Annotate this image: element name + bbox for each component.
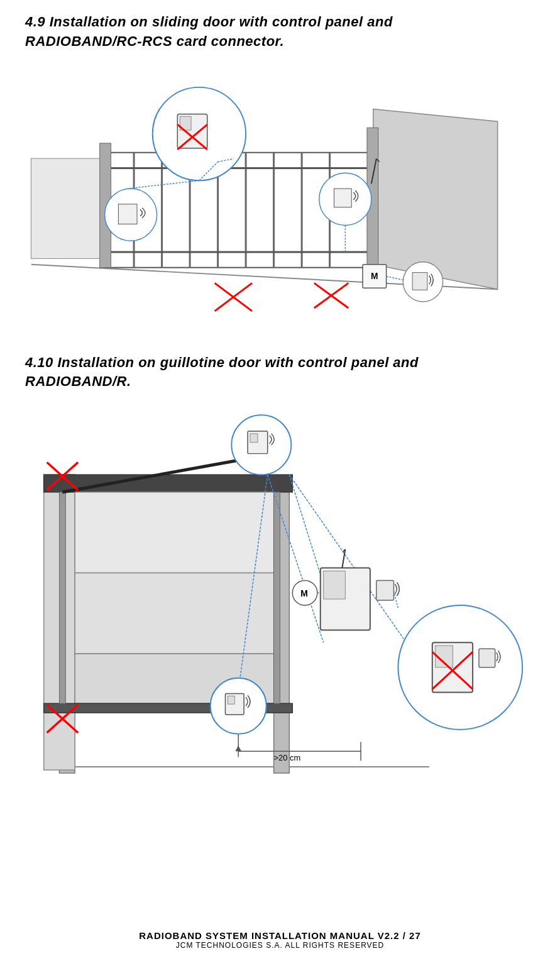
svg-rect-68	[324, 571, 346, 600]
svg-rect-39	[412, 272, 427, 290]
svg-rect-71	[376, 581, 394, 601]
section-49-diagram: M	[25, 58, 535, 328]
svg-rect-48	[75, 573, 273, 654]
section-410-title: 4.10 Installation on guillotine door wit…	[25, 353, 535, 392]
svg-line-89	[393, 591, 398, 608]
section-49-title-line2: RADIOBAND/RC-RCS card connector.	[25, 33, 284, 49]
page-container: 4.9 Installation on sliding door with co…	[0, 0, 560, 956]
svg-rect-47	[75, 492, 273, 573]
svg-rect-52	[274, 492, 280, 703]
footer-sub-text: JCM TECHNOLOGIES S.A. ALL RIGHTS RESERVE…	[0, 941, 560, 950]
svg-rect-51	[59, 492, 65, 703]
svg-rect-60	[250, 434, 258, 442]
svg-marker-80	[235, 746, 241, 752]
footer-main-text: RADIOBAND SYSTEM INSTALLATION MANUAL V2.…	[0, 930, 560, 941]
section-49-title: 4.9 Installation on sliding door with co…	[25, 13, 535, 52]
svg-rect-88	[479, 649, 495, 668]
section-410-title-line1: 4.10 Installation on guillotine door wit…	[25, 354, 419, 370]
section-410-title-line2: RADIOBAND/R.	[25, 373, 131, 389]
svg-text:>20 cm: >20 cm	[274, 753, 300, 762]
svg-text:M: M	[300, 588, 308, 598]
diagram-49-svg: M	[25, 58, 535, 328]
svg-line-40	[387, 276, 404, 280]
svg-rect-28	[334, 189, 352, 207]
section-410-diagram: M	[25, 398, 535, 806]
svg-rect-75	[228, 696, 234, 705]
section-49-title-line1: 4.9 Installation on sliding door with co…	[25, 14, 393, 30]
svg-rect-26	[118, 204, 137, 224]
svg-line-41	[128, 180, 199, 189]
svg-text:M: M	[371, 271, 378, 281]
svg-rect-1	[31, 158, 106, 258]
diagram-410-svg: M	[25, 398, 535, 806]
svg-marker-3	[373, 109, 498, 289]
footer: RADIOBAND SYSTEM INSTALLATION MANUAL V2.…	[0, 930, 560, 950]
